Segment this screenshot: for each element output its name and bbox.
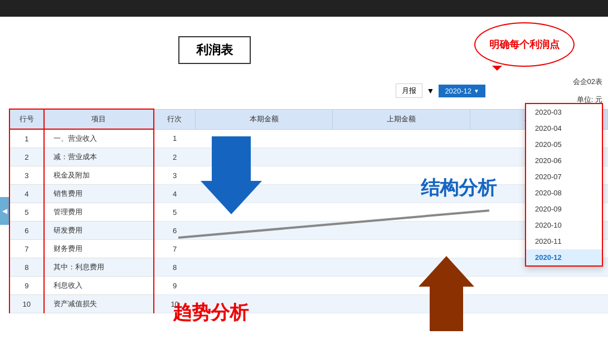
cell-current	[195, 129, 333, 148]
cell-item: 销售费用	[44, 185, 154, 203]
table-row: 7 财务费用 7	[9, 240, 608, 258]
cell-line-num: 8	[154, 258, 195, 277]
profit-table: 行号 项目 行次 本期金额 上期金额	[9, 109, 608, 313]
cell-prev	[333, 222, 470, 240]
table-row: 2 减：营业成本 2	[9, 148, 608, 166]
table-row: 3 税金及附加 3	[9, 166, 608, 185]
cell-row-num: 8	[9, 258, 44, 277]
cell-current	[195, 148, 333, 166]
date-select-button[interactable]: 2020-12 ▼	[439, 85, 485, 97]
cell-line-num: 4	[154, 185, 195, 203]
cell-row-num: 10	[9, 295, 44, 313]
date-chevron-icon: ▼	[474, 88, 479, 94]
col-item: 项目	[44, 109, 154, 129]
dropdown-item-2020-08[interactable]: 2020-08	[526, 185, 602, 201]
cell-prev	[333, 148, 470, 166]
cell-current	[195, 185, 333, 203]
cell-line-num: 10	[154, 295, 195, 313]
dropdown-item-2020-12[interactable]: 2020-12	[526, 249, 602, 265]
table-row: 9 利息收入 9	[9, 277, 608, 295]
cell-prev	[333, 277, 470, 295]
cell-current	[195, 240, 333, 258]
cell-row-num: 7	[9, 240, 44, 258]
cell-prev	[333, 166, 470, 185]
cell-item: 财务费用	[44, 240, 154, 258]
cell-prev	[333, 203, 470, 222]
cell-prev	[333, 129, 470, 148]
cell-current	[195, 203, 333, 222]
cell-line-num: 9	[154, 277, 195, 295]
cell-current	[195, 277, 333, 295]
table-row: 5 管理费用 5	[9, 203, 608, 222]
cell-line-num: 2	[154, 148, 195, 166]
cell-prev	[333, 295, 470, 313]
cell-line-num: 6	[154, 222, 195, 240]
cell-item: 利息收入	[44, 277, 154, 295]
dropdown-item-2020-05[interactable]: 2020-05	[526, 136, 602, 153]
date-dropdown: 2020-03 2020-04 2020-05 2020-06 2020-07 …	[525, 103, 603, 267]
cell-prev	[333, 240, 470, 258]
cell-row-num: 4	[9, 185, 44, 203]
cell-item: 一、营业收入	[44, 129, 154, 148]
period-chevron: ▼	[427, 86, 435, 95]
dropdown-item-2020-10[interactable]: 2020-10	[526, 217, 602, 233]
col-row-num: 行号	[9, 109, 44, 129]
dropdown-item-2020-06[interactable]: 2020-06	[526, 153, 602, 169]
cell-current	[195, 295, 333, 313]
period-type-button[interactable]: 月报	[396, 83, 422, 98]
title-section: 利润表	[178, 36, 251, 64]
main-content: 利润表 明确每个利润点 会企02表 月报 ▼ 2020-12 ▼ 单位: 元 ◀	[0, 17, 608, 364]
cell-row-num: 6	[9, 222, 44, 240]
col-prev: 上期金额	[333, 109, 470, 129]
dropdown-item-2020-03[interactable]: 2020-03	[526, 104, 602, 120]
header-controls: 月报 ▼ 2020-12 ▼	[396, 83, 485, 98]
table-header-row: 行号 项目 行次 本期金额 上期金额	[9, 109, 608, 129]
dropdown-item-2020-11[interactable]: 2020-11	[526, 233, 602, 249]
cell-line-num: 3	[154, 166, 195, 185]
cell-line-num: 1	[154, 129, 195, 148]
cell-item: 管理费用	[44, 203, 154, 222]
company-label: 会企02表	[573, 77, 602, 87]
cell-row-num: 9	[9, 277, 44, 295]
dropdown-item-2020-07[interactable]: 2020-07	[526, 169, 602, 185]
cell-current	[195, 222, 333, 240]
col-current: 本期金额	[195, 109, 333, 129]
cell-row-num: 5	[9, 203, 44, 222]
table-row: 6 研发费用 6	[9, 222, 608, 240]
cell-line-num: 5	[154, 203, 195, 222]
dropdown-scroll-area[interactable]: 2020-03 2020-04 2020-05 2020-06 2020-07 …	[526, 104, 602, 265]
dropdown-item-2020-09[interactable]: 2020-09	[526, 201, 602, 217]
cell-item: 税金及附加	[44, 166, 154, 185]
top-bar	[0, 0, 608, 17]
cell-row-num: 2	[9, 148, 44, 166]
col-line-num: 行次	[154, 109, 195, 129]
cell-item: 资产减值损失	[44, 295, 154, 313]
report-title: 利润表	[178, 36, 251, 64]
table-area: ◀ 行号 项目 行次 本期金额	[0, 109, 608, 364]
table-row: 1 一、营业收入 1	[9, 129, 608, 148]
cell-prev	[333, 258, 470, 277]
sidebar-toggle-button[interactable]: ◀	[0, 197, 9, 225]
cell-current	[195, 258, 333, 277]
cell-current	[195, 166, 333, 185]
table-row: 4 销售费用 4	[9, 185, 608, 203]
table-wrapper: ◀ 行号 项目 行次 本期金额	[0, 109, 608, 313]
cell-item: 减：营业成本	[44, 148, 154, 166]
table-row: 10 资产减值损失 10	[9, 295, 608, 313]
cell-annual	[470, 295, 608, 313]
cell-row-num: 3	[9, 166, 44, 185]
cell-item: 研发费用	[44, 222, 154, 240]
cell-line-num: 7	[154, 240, 195, 258]
dropdown-item-2020-04[interactable]: 2020-04	[526, 120, 602, 136]
cell-prev	[333, 185, 470, 203]
cell-row-num: 1	[9, 129, 44, 148]
annotation-bubble: 明确每个利润点	[474, 22, 575, 67]
cell-item: 其中：利息费用	[44, 258, 154, 277]
cell-annual	[470, 277, 608, 295]
table-row: 8 其中：利息费用 8	[9, 258, 608, 277]
